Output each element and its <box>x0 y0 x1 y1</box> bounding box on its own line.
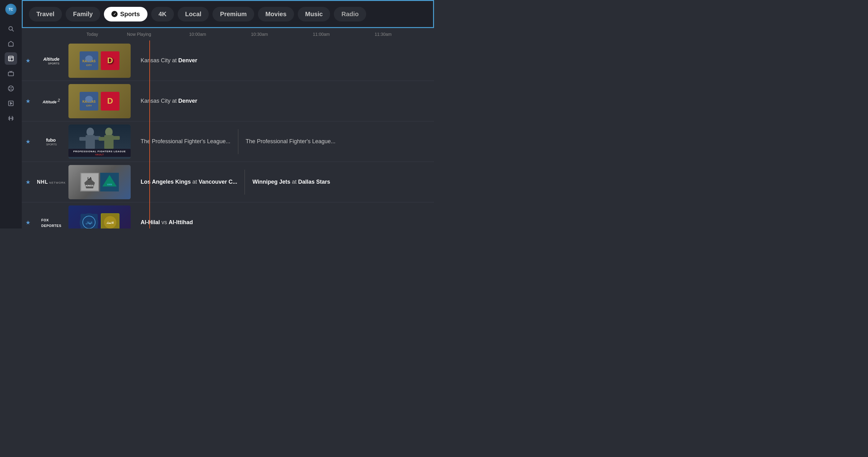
sidebar-item-home[interactable] <box>5 37 17 50</box>
channel-thumb-altitude[interactable]: KANSAS CITY D <box>68 44 131 78</box>
time-t2: 10:30am <box>249 32 310 37</box>
program-nhl-1[interactable]: Los Angeles Kings at Vancouver C... <box>136 179 242 185</box>
programs-altitude[interactable]: Kansas City at Denver <box>131 40 434 81</box>
tab-family[interactable]: Family <box>66 7 100 22</box>
program-kc-denver-1[interactable]: Kansas City at Denver <box>136 57 202 64</box>
program-divider-nhl <box>245 170 245 195</box>
channel-thumb-altitude2[interactable]: KANSAS CITY D <box>68 84 131 118</box>
svg-rect-5 <box>8 72 14 76</box>
la-kings-logo: LA KINGS <box>80 173 99 192</box>
logo-text: TC <box>9 8 13 11</box>
svg-rect-2 <box>9 56 13 61</box>
tab-premium[interactable]: Premium <box>213 7 254 22</box>
svg-rect-18 <box>86 135 95 149</box>
channel-logo-fox-deportes: FOXDEPORTES <box>34 202 68 229</box>
svg-text:الهلال: الهلال <box>86 221 92 225</box>
channel-logo-fubo: fuboSPORTS <box>34 121 68 162</box>
sidebar-item-search[interactable] <box>5 22 17 35</box>
star-altitude[interactable]: ★ <box>22 57 34 64</box>
main-content: Travel Family ✓ Sports 4K Local Premium … <box>22 0 434 229</box>
svg-point-21 <box>105 127 113 136</box>
sidebar-item-sports[interactable] <box>5 82 17 95</box>
channel-row-fubo: ★ fuboSPORTS <box>22 121 434 162</box>
program-nhl-2[interactable]: Winnipeg Jets at Dallas Stars <box>247 179 335 185</box>
kc-logo-2: KANSAS CITY <box>80 92 98 111</box>
program-divider <box>238 129 238 154</box>
tab-movies[interactable]: Movies <box>258 7 294 22</box>
tab-local[interactable]: Local <box>178 7 209 22</box>
denver-logo: D <box>101 51 120 70</box>
programs-fubo[interactable]: The Professional Fighter's League... The… <box>131 121 434 162</box>
program-kc-denver-2[interactable]: Kansas City at Denver <box>136 98 202 104</box>
denver-logo-2: D <box>101 92 120 111</box>
programs-fox-deportes[interactable]: Al-Hilal vs Al-Ittihad <box>131 202 434 229</box>
sidebar-item-play[interactable] <box>5 97 17 110</box>
channel-row-nhl: ★ NHL NETWORK LA KINGS <box>22 162 434 202</box>
svg-rect-24 <box>113 136 120 140</box>
star-nhl[interactable]: ★ <box>22 179 34 185</box>
tab-travel[interactable]: Travel <box>29 7 62 22</box>
svg-marker-7 <box>10 103 12 105</box>
altitude-logo-text: AltitudeSPORTS <box>43 56 59 65</box>
channel-logo-altitude: AltitudeSPORTS <box>34 40 68 81</box>
sidebar: TC <box>0 0 22 229</box>
star-fubo[interactable]: ★ <box>22 138 34 145</box>
svg-point-11 <box>85 55 93 62</box>
star-altitude2[interactable]: ★ <box>22 98 34 105</box>
svg-rect-23 <box>99 137 105 141</box>
svg-rect-19 <box>79 137 86 141</box>
channel-thumb-fox-deportes[interactable]: الهلال الاتحاد <box>68 205 131 229</box>
svg-point-17 <box>87 127 94 136</box>
thumb-kc-denver: KANSAS CITY D <box>68 44 131 78</box>
channel-thumb-nhl[interactable]: LA KINGS VAN <box>68 165 131 199</box>
channel-row-altitude: ★ AltitudeSPORTS KANSAS CITY <box>22 40 434 81</box>
svg-text:CITY: CITY <box>86 64 92 67</box>
svg-point-15 <box>85 96 93 102</box>
vancouver-logo: VAN <box>100 173 119 192</box>
svg-line-1 <box>12 30 14 31</box>
svg-text:KINGS: KINGS <box>86 184 94 187</box>
channel-row-fox-deportes: ★ FOXDEPORTES الهلال <box>22 202 434 229</box>
tab-4k[interactable]: 4K <box>151 7 174 22</box>
svg-rect-22 <box>104 135 114 149</box>
sidebar-item-channels[interactable] <box>5 67 17 80</box>
tabs-bar: Travel Family ✓ Sports 4K Local Premium … <box>22 0 434 28</box>
programs-altitude2[interactable]: Kansas City at Denver <box>131 81 434 121</box>
kc-logo: KANSAS CITY <box>80 51 98 70</box>
program-soccer-1[interactable]: Al-Hilal vs Al-Ittihad <box>136 219 198 226</box>
channel-thumb-fubo[interactable]: PROFESSIONAL FIGHTERS LEAGUE PROFESSIONA… <box>68 124 131 159</box>
channel-logo-nhl: NHL NETWORK <box>34 162 68 202</box>
time-t1: 10:00am <box>187 32 249 37</box>
svg-text:CITY: CITY <box>86 104 92 107</box>
time-header: Today Now Playing 10:00am 10:30am 11:00a… <box>84 30 434 39</box>
al-hilal-logo: الهلال <box>80 213 98 229</box>
sidebar-item-movies[interactable] <box>5 112 17 124</box>
al-ittihad-logo: الاتحاد <box>101 213 120 229</box>
programs-nhl[interactable]: Los Angeles Kings at Vancouver C... Winn… <box>131 162 434 202</box>
channels-list: ★ AltitudeSPORTS KANSAS CITY <box>22 40 434 229</box>
time-today: Today <box>84 32 124 37</box>
svg-text:الاتحاد: الاتحاد <box>106 221 114 225</box>
svg-text:VAN: VAN <box>107 183 112 186</box>
time-t3: 11:00am <box>310 32 372 37</box>
program-pfl-1[interactable]: The Professional Fighter's League... <box>136 138 236 145</box>
channel-logo-altitude2: Altitude 2 <box>34 81 68 121</box>
time-now-playing: Now Playing <box>124 32 187 37</box>
program-pfl-2[interactable]: The Professional Fighter's League... <box>241 138 341 145</box>
tab-radio[interactable]: Radio <box>334 7 366 22</box>
tab-music[interactable]: Music <box>298 7 331 22</box>
app-logo[interactable]: TC <box>5 4 17 15</box>
time-t4: 11:30am <box>372 32 434 37</box>
sidebar-item-guide[interactable] <box>5 52 17 65</box>
star-fox-deportes[interactable]: ★ <box>22 219 34 226</box>
checkmark-icon: ✓ <box>112 11 118 17</box>
tab-sports[interactable]: ✓ Sports <box>104 7 147 22</box>
channel-row-altitude2: ★ Altitude 2 KANSAS CITY <box>22 81 434 121</box>
